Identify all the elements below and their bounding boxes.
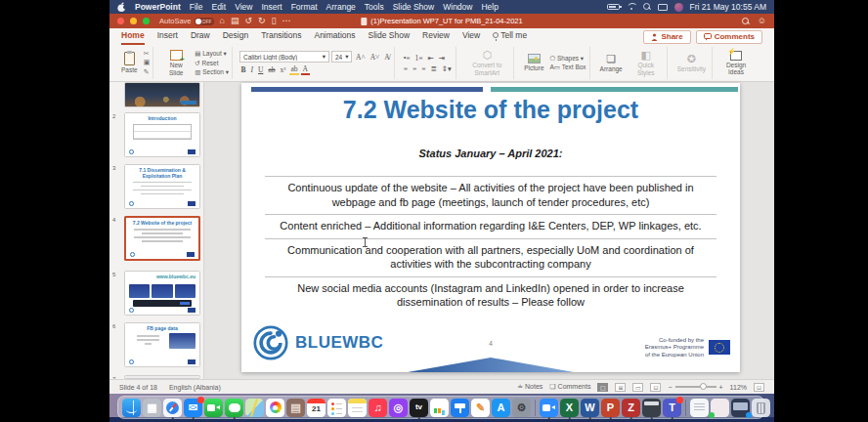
quick-styles-button[interactable]: ◧ Quick Styles — [629, 49, 664, 77]
dock-app-store-icon[interactable]: A — [492, 399, 510, 417]
tab-insert[interactable]: Insert — [157, 28, 178, 45]
slide-title[interactable]: 7.2 Website of the project — [241, 96, 740, 124]
dock-trash-icon[interactable] — [752, 399, 770, 417]
slideshow-button[interactable]: ⊡ — [650, 383, 661, 392]
tab-review[interactable]: Review — [422, 28, 450, 45]
dock-document-icon[interactable] — [690, 399, 709, 417]
tab-slide-show[interactable]: Slide Show — [369, 28, 411, 45]
dock-teams-icon[interactable]: T — [663, 399, 681, 417]
thumbnail-slide-4-preview[interactable]: 7.2 Website of the project — [124, 216, 200, 261]
home-icon[interactable]: ⌂ — [220, 17, 225, 25]
dock-messages-icon[interactable] — [225, 399, 243, 417]
sensitivity-button[interactable]: ✪ Sensitivity — [674, 53, 709, 73]
fit-to-window-button[interactable]: ⊡ — [754, 383, 764, 392]
menu-window[interactable]: Window — [443, 2, 472, 12]
dock-finder-icon[interactable] — [122, 399, 141, 417]
autosave-control[interactable]: AutoSave OFF — [159, 17, 214, 25]
new-item-icon[interactable]: ▯ — [272, 17, 277, 25]
font-size-select[interactable]: 24 ▾ — [331, 51, 353, 63]
tab-animations[interactable]: Animations — [314, 28, 355, 45]
font-color-button[interactable]: A — [301, 64, 309, 75]
line-spacing-button[interactable]: ⇕▾ — [440, 64, 453, 73]
dock-mail-icon[interactable]: ✉ — [184, 399, 202, 417]
indent-increase-button[interactable]: ⇥ — [437, 54, 446, 63]
dock-numbers-icon[interactable] — [430, 399, 449, 417]
grow-font-button[interactable]: A˄ — [354, 53, 367, 62]
menu-app-name[interactable]: PowerPoint — [135, 2, 181, 12]
bullets-button[interactable]: •≡ — [402, 54, 412, 63]
user-avatar-icon[interactable] — [674, 3, 683, 12]
convert-smartart-button[interactable]: ⬡ Convert to SmartArt — [463, 49, 510, 77]
numbering-button[interactable]: 1≡ — [413, 54, 424, 63]
copy-button[interactable]: ▣ — [144, 59, 151, 66]
dock-quicktime-window-icon[interactable] — [642, 399, 661, 417]
align-center-button[interactable]: ≡ — [411, 64, 417, 73]
arrange-button[interactable]: ❏ Arrange — [597, 53, 626, 73]
font-name-select[interactable]: Calibri Light (Body)▾ — [239, 51, 329, 63]
highlight-color-button[interactable]: ab — [289, 64, 299, 75]
thumbnail-slide-2-preview[interactable]: Introduction — [124, 112, 200, 157]
dock-safari-icon[interactable] — [163, 399, 182, 417]
slide-paragraph-3[interactable]: Communication and cooperation with all p… — [265, 238, 716, 276]
section-button[interactable]: ▥ Section ▾ — [195, 68, 229, 76]
slide-paragraph-1[interactable]: Continuous update of the website – All a… — [265, 176, 716, 214]
justify-button[interactable]: ≣ — [429, 64, 438, 73]
menu-insert[interactable]: Insert — [261, 2, 282, 12]
dock-facetime-icon[interactable] — [204, 399, 223, 417]
normal-view-button[interactable]: ▢ — [597, 383, 608, 392]
dock-zoom-icon[interactable] — [540, 399, 558, 417]
text-box-button[interactable]: A▭ Text Box — [550, 63, 586, 71]
dock-screenshot-icon[interactable] — [731, 399, 750, 417]
feedback-smiley-icon[interactable]: ☺ — [758, 17, 766, 25]
shrink-font-button[interactable]: A˅ — [369, 53, 381, 62]
wifi-icon[interactable] — [627, 3, 636, 11]
spotlight-search-icon[interactable] — [643, 3, 651, 11]
menu-slide-show[interactable]: Slide Show — [393, 2, 435, 12]
input-source-icon[interactable] — [658, 4, 668, 11]
cut-button[interactable]: ✂ — [144, 50, 151, 58]
close-button[interactable] — [117, 18, 124, 24]
slide-status-line[interactable]: Status January – April 2021: — [241, 148, 740, 159]
shapes-button[interactable]: ⬠ Shapes ▾ — [550, 55, 586, 63]
slide-paragraph-4[interactable]: New social media accounts (Instagram and… — [265, 276, 716, 315]
reset-button[interactable]: ↺ Reset — [195, 60, 229, 67]
tab-design[interactable]: Design — [223, 28, 248, 45]
dock-powerpoint-icon[interactable]: P — [601, 399, 620, 417]
tab-transitions[interactable]: Transitions — [261, 28, 301, 45]
dock-apple-tv-icon[interactable]: tv — [410, 399, 428, 417]
menu-tools[interactable]: Tools — [365, 2, 384, 12]
more-commands-icon[interactable]: ⋯ — [282, 17, 291, 25]
menu-format[interactable]: Format — [291, 2, 318, 12]
align-left-button[interactable]: ≡ — [402, 64, 409, 73]
dock-maps-icon[interactable] — [245, 399, 264, 417]
dock-system-preferences-icon[interactable]: ⚙ — [512, 399, 531, 417]
thumbnail-slide-6-preview[interactable]: FB page data — [124, 322, 200, 367]
zoom-slider[interactable]: − + — [668, 384, 722, 391]
menu-help[interactable]: Help — [481, 2, 498, 12]
underline-button[interactable]: U — [256, 65, 264, 74]
slide-4[interactable]: 7.2 Website of the project Status Januar… — [241, 83, 740, 372]
zoom-slider-knob[interactable] — [700, 383, 707, 390]
autosave-toggle[interactable]: OFF — [195, 18, 214, 25]
slide-paragraph-2[interactable]: Content enriched – Additional informatio… — [265, 214, 716, 238]
reading-view-button[interactable]: ▭ — [632, 383, 643, 392]
search-icon[interactable] — [742, 18, 750, 25]
comments-button[interactable]: Comments — [696, 30, 762, 44]
tab-tell-me[interactable]: Tell me — [493, 28, 527, 45]
indent-decrease-button[interactable]: ⇤ — [426, 54, 435, 63]
dock-excel-icon[interactable]: X — [560, 399, 579, 417]
new-slide-button[interactable]: New Slide — [160, 49, 192, 77]
dock-keynote-icon[interactable] — [451, 399, 469, 417]
save-icon[interactable]: ▤ — [231, 17, 239, 25]
thumbnail-slide-3-preview[interactable]: 7.1 Dissemination & Exploitation Plan — [124, 164, 200, 209]
dock-music-icon[interactable]: ♫ — [369, 399, 387, 417]
notes-button[interactable]: ≐ Notes — [517, 383, 542, 391]
tab-home[interactable]: Home — [121, 28, 145, 45]
thumbnail-slide-5-preview[interactable]: www.bluewbc.eu — [124, 271, 200, 316]
menu-view[interactable]: View — [235, 2, 252, 12]
clear-format-button[interactable]: A̸ — [383, 53, 391, 62]
picture-button[interactable]: Picture — [521, 53, 546, 72]
zoom-percent[interactable]: 112% — [730, 384, 747, 391]
menubar-clock[interactable]: Fri 21 May 10:55 AM — [690, 2, 766, 12]
minimize-button[interactable] — [130, 18, 137, 24]
